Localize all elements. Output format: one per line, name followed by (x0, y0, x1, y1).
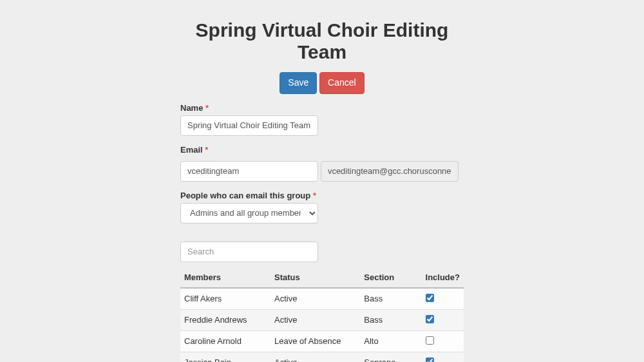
member-name: Caroline Arnold (180, 330, 270, 352)
col-header-status: Status (270, 267, 360, 288)
permissions-label: People who can email this group * (180, 191, 464, 200)
member-include-cell (422, 309, 464, 330)
member-section: Bass (360, 288, 421, 310)
member-status: Active (270, 288, 360, 310)
name-group: Name * (180, 103, 464, 136)
member-include-cell (422, 288, 464, 310)
permissions-group: People who can email this group * Admins… (180, 191, 464, 224)
email-label: Email * (180, 145, 464, 155)
cancel-button[interactable]: Cancel (319, 72, 365, 94)
member-include-cell (422, 330, 464, 352)
page-title: Spring Virtual Choir Editing Team (180, 19, 464, 63)
form-container: Spring Virtual Choir Editing Team Save C… (180, 0, 464, 362)
include-checkbox[interactable] (426, 336, 434, 345)
permissions-select[interactable]: Admins and all group members (180, 203, 318, 224)
save-button[interactable]: Save (279, 72, 317, 94)
col-header-include: Include? (422, 267, 464, 288)
col-header-members: Members (180, 267, 270, 288)
name-label: Name * (180, 103, 464, 113)
member-name: Jessica Bain (180, 352, 270, 362)
member-section: Alto (360, 330, 421, 352)
search-group (180, 242, 464, 262)
col-header-section: Section (360, 267, 421, 288)
members-table: Members Status Section Include? Cliff Ak… (180, 267, 464, 362)
table-row: Caroline ArnoldLeave of AbsenceAlto (180, 330, 464, 352)
name-input[interactable] (180, 115, 318, 136)
table-row: Freddie AndrewsActiveBass (180, 309, 464, 330)
member-section: Soprano (360, 352, 421, 362)
member-status: Leave of Absence (270, 330, 360, 352)
table-row: Jessica BainActiveSoprano (180, 352, 464, 362)
member-status: Active (270, 352, 360, 362)
email-group: Email * (180, 145, 464, 182)
action-buttons: Save Cancel (180, 72, 464, 94)
include-checkbox[interactable] (426, 294, 434, 302)
member-include-cell (422, 352, 464, 362)
email-input[interactable] (180, 161, 318, 182)
search-input[interactable] (180, 242, 318, 262)
email-full-display (321, 161, 459, 182)
member-name: Freddie Andrews (180, 309, 270, 330)
include-checkbox[interactable] (426, 315, 434, 323)
include-checkbox[interactable] (426, 357, 434, 362)
member-section: Bass (360, 309, 421, 330)
member-status: Active (270, 309, 360, 330)
member-name: Cliff Akers (180, 288, 270, 310)
table-row: Cliff AkersActiveBass (180, 288, 464, 310)
